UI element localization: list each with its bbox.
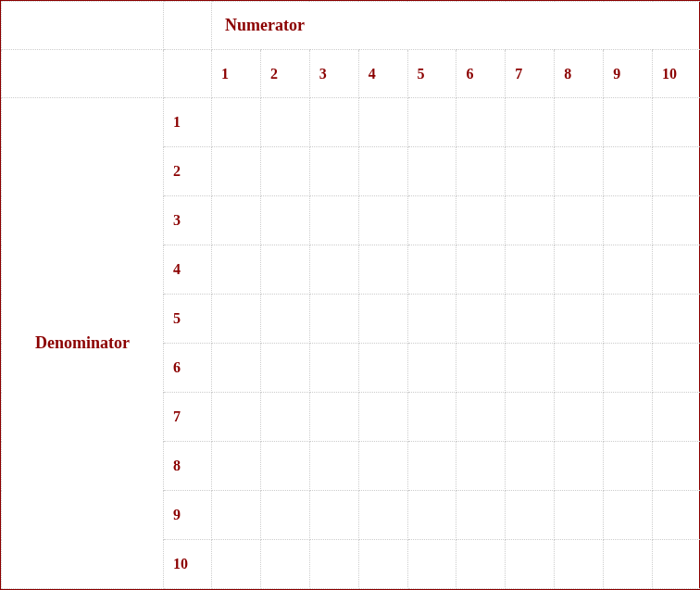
cell: [212, 540, 261, 589]
cell: [358, 295, 407, 344]
cell: [407, 442, 456, 491]
cell: [555, 491, 604, 540]
cell: [358, 393, 407, 442]
cell: [260, 98, 309, 147]
cell: [212, 344, 261, 393]
denominator-row-4: 4: [164, 245, 212, 295]
cell: [555, 196, 604, 245]
cell: [212, 393, 261, 442]
cell: [260, 491, 309, 540]
cell: [604, 196, 653, 245]
cell: [358, 442, 407, 491]
cell: [309, 344, 358, 393]
cell: [309, 295, 358, 344]
cell: [653, 245, 700, 295]
blank: [2, 50, 164, 98]
cell: [653, 98, 700, 147]
cell: [653, 196, 700, 245]
cell: [604, 491, 653, 540]
cell: [506, 295, 555, 344]
cell: [604, 393, 653, 442]
cell: [604, 98, 653, 147]
cell: [260, 344, 309, 393]
numerator-col-6: 6: [456, 50, 506, 98]
cell: [309, 491, 358, 540]
numerator-col-1: 1: [212, 50, 261, 98]
denominator-row-7: 7: [164, 393, 212, 442]
denominator-row-9: 9: [164, 491, 212, 540]
cell: [555, 393, 604, 442]
cell: [456, 393, 506, 442]
cell: [555, 98, 604, 147]
fraction-table-container: Numerator 1 2 3 4 5 6 7 8 9 10 Denominat…: [0, 0, 700, 590]
numerator-col-3: 3: [309, 50, 358, 98]
numerator-header: Numerator: [212, 2, 701, 50]
cell: [212, 98, 261, 147]
cell: [358, 491, 407, 540]
cell: [407, 196, 456, 245]
numerator-header-row: Numerator: [2, 2, 701, 50]
cell: [653, 344, 700, 393]
cell: [555, 295, 604, 344]
cell: [212, 147, 261, 196]
cell: [456, 442, 506, 491]
cell: [506, 245, 555, 295]
cell: [555, 245, 604, 295]
cell: [506, 393, 555, 442]
cell: [506, 344, 555, 393]
numerator-col-10: 10: [653, 50, 700, 98]
cell: [506, 98, 555, 147]
cell: [212, 295, 261, 344]
cell: [506, 196, 555, 245]
numerator-values-row: 1 2 3 4 5 6 7 8 9 10: [2, 50, 701, 98]
cell: [506, 147, 555, 196]
cell: [358, 245, 407, 295]
numerator-col-9: 9: [604, 50, 653, 98]
cell: [309, 147, 358, 196]
cell: [407, 491, 456, 540]
cell: [604, 245, 653, 295]
cell: [358, 147, 407, 196]
numerator-col-7: 7: [506, 50, 555, 98]
cell: [212, 245, 261, 295]
cell: [309, 442, 358, 491]
cell: [407, 393, 456, 442]
cell: [653, 442, 700, 491]
cell: [456, 540, 506, 589]
corner-blank: [2, 2, 164, 50]
cell: [260, 196, 309, 245]
cell: [456, 98, 506, 147]
blank: [164, 50, 212, 98]
cell: [260, 245, 309, 295]
cell: [407, 98, 456, 147]
cell: [604, 295, 653, 344]
cell: [506, 491, 555, 540]
cell: [212, 196, 261, 245]
cell: [555, 540, 604, 589]
cell: [456, 295, 506, 344]
cell: [407, 245, 456, 295]
cell: [212, 491, 261, 540]
cell: [260, 295, 309, 344]
cell: [456, 491, 506, 540]
cell: [309, 540, 358, 589]
cell: [555, 344, 604, 393]
cell: [407, 147, 456, 196]
cell: [604, 442, 653, 491]
cell: [653, 491, 700, 540]
corner-blank-2: [164, 2, 212, 50]
denominator-row-10: 10: [164, 540, 212, 589]
numerator-col-8: 8: [555, 50, 604, 98]
cell: [407, 540, 456, 589]
numerator-col-4: 4: [358, 50, 407, 98]
denominator-row-8: 8: [164, 442, 212, 491]
fraction-table: Numerator 1 2 3 4 5 6 7 8 9 10 Denominat…: [1, 1, 700, 589]
denominator-row-2: 2: [164, 147, 212, 196]
cell: [653, 147, 700, 196]
cell: [456, 196, 506, 245]
cell: [407, 295, 456, 344]
cell: [309, 245, 358, 295]
cell: [260, 393, 309, 442]
cell: [358, 98, 407, 147]
numerator-col-2: 2: [260, 50, 309, 98]
